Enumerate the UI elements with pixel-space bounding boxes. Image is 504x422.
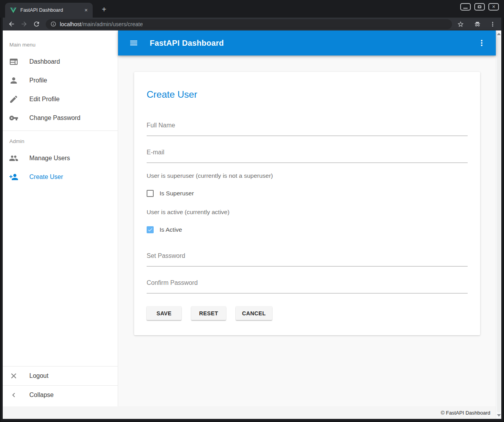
close-icon — [9, 372, 18, 380]
person-icon — [9, 76, 18, 85]
vue-favicon-icon — [10, 7, 16, 13]
save-button[interactable]: SAVE — [147, 306, 181, 320]
confirm-password-input[interactable] — [147, 279, 468, 293]
app-page: Main menu Dashboard Profile — [3, 30, 496, 419]
page-title: Create User — [147, 89, 468, 100]
is-superuser-checkbox-row[interactable]: Is Superuser — [147, 190, 468, 197]
check-icon — [147, 227, 153, 233]
full-name-input[interactable] — [147, 122, 468, 136]
dots-vertical-icon — [477, 38, 486, 48]
back-arrow-icon — [8, 20, 15, 28]
browser-titlebar: FastAPI Dashboard ✕ + ✕ — [0, 0, 504, 18]
reload-icon — [33, 20, 40, 28]
sidebar-item-create-user[interactable]: Create User — [3, 168, 118, 186]
key-icon — [9, 113, 18, 123]
reload-button[interactable] — [31, 19, 41, 29]
group-icon — [9, 154, 18, 163]
sidebar-item-label: Change Password — [29, 114, 81, 122]
footer-copyright: © FastAPI Dashboard — [441, 410, 490, 416]
scrollbar-up-arrow-icon[interactable] — [497, 33, 501, 35]
is-active-checkbox[interactable] — [147, 226, 154, 233]
form-actions: SAVE RESET CANCEL — [147, 306, 468, 320]
is-active-checkbox-row[interactable]: Is Active — [147, 226, 468, 233]
new-tab-button[interactable]: + — [99, 5, 109, 15]
browser-menu-button[interactable] — [488, 19, 498, 29]
is-superuser-checkbox[interactable] — [147, 190, 154, 197]
minimize-icon — [463, 8, 468, 9]
superuser-hint: User is superuser (currently is not a su… — [147, 172, 468, 179]
sidebar-item-logout[interactable]: Logout — [3, 367, 118, 385]
create-user-card: Create User User is superuser (currently… — [134, 72, 480, 335]
scrollbar-down-arrow-icon[interactable] — [497, 414, 501, 417]
pencil-icon — [9, 95, 18, 104]
minimize-button[interactable] — [460, 3, 471, 11]
page-scrollbar[interactable] — [496, 30, 501, 419]
page-viewport: Main menu Dashboard Profile — [3, 30, 501, 419]
sidebar: Main menu Dashboard Profile — [3, 30, 118, 406]
tab-close-icon[interactable]: ✕ — [83, 7, 90, 14]
appbar-menu-button[interactable] — [477, 38, 486, 48]
hamburger-icon — [129, 38, 138, 48]
is-superuser-label: Is Superuser — [160, 190, 194, 197]
incognito-icon — [474, 21, 481, 28]
main-area: FastAPI Dashboard Create User — [118, 30, 496, 406]
site-info-icon[interactable] — [50, 21, 56, 27]
incognito-badge — [472, 19, 482, 29]
is-active-label: Is Active — [160, 226, 182, 233]
sidebar-section-main-menu: Main menu — [3, 37, 118, 52]
url-text: localhost/main/admin/users/create — [60, 21, 143, 27]
sidebar-divider — [3, 131, 118, 131]
full-name-field — [147, 122, 468, 136]
appbar-title: FastAPI Dashboard — [150, 39, 224, 48]
maximize-icon — [478, 5, 481, 8]
forward-arrow-icon — [20, 20, 28, 28]
toolbar-actions — [454, 19, 499, 29]
person-add-icon — [9, 172, 18, 182]
app-footer: © FastAPI Dashboard — [3, 406, 496, 419]
app-body: Main menu Dashboard Profile — [3, 30, 496, 406]
sidebar-item-dashboard[interactable]: Dashboard — [3, 52, 118, 71]
maximize-button[interactable] — [474, 3, 485, 11]
appbar: FastAPI Dashboard — [118, 30, 496, 55]
url-path: /main/admin/users/create — [81, 21, 143, 27]
chevron-left-icon — [9, 391, 18, 399]
confirm-password-field — [147, 279, 468, 293]
sidebar-bottom: Logout Collapse — [3, 366, 118, 406]
window-controls: ✕ — [460, 3, 499, 11]
sidebar-item-collapse[interactable]: Collapse — [3, 386, 118, 404]
sidebar-item-label: Collapse — [29, 392, 54, 399]
dashboard-icon — [9, 57, 18, 66]
sidebar-item-manage-users[interactable]: Manage Users — [3, 149, 118, 168]
email-input[interactable] — [147, 149, 468, 163]
active-hint: User is active (currently active) — [147, 209, 468, 216]
sidebar-item-profile[interactable]: Profile — [3, 71, 118, 90]
star-icon — [457, 21, 464, 28]
dots-vertical-icon — [489, 21, 496, 28]
sidebar-item-label: Edit Profile — [29, 96, 59, 103]
sidebar-item-label: Create User — [29, 173, 63, 181]
sidebar-item-label: Logout — [29, 372, 48, 379]
set-password-input[interactable] — [147, 252, 468, 266]
forward-button[interactable] — [19, 19, 29, 29]
bookmark-button[interactable] — [456, 19, 466, 29]
scrollbar-thumb[interactable] — [497, 37, 500, 413]
cancel-button[interactable]: CANCEL — [236, 306, 272, 320]
url-host: localhost — [60, 21, 81, 27]
sidebar-item-label: Manage Users — [29, 155, 70, 162]
close-window-button[interactable]: ✕ — [488, 3, 499, 11]
set-password-field — [147, 252, 468, 266]
tab-title: FastAPI Dashboard — [20, 7, 83, 13]
sidebar-item-label: Profile — [29, 77, 47, 84]
sidebar-section-admin: Admin — [3, 133, 118, 149]
browser-tab[interactable]: FastAPI Dashboard ✕ — [5, 3, 93, 18]
page-content: Create User User is superuser (currently… — [118, 55, 496, 406]
back-button[interactable] — [6, 19, 16, 29]
sidebar-item-edit-profile[interactable]: Edit Profile — [3, 90, 118, 109]
hamburger-menu-button[interactable] — [129, 38, 138, 48]
browser-toolbar: localhost/main/admin/users/create — [3, 18, 501, 30]
sidebar-item-label: Dashboard — [29, 58, 60, 65]
url-bar[interactable]: localhost/main/admin/users/create — [46, 19, 452, 29]
reset-button[interactable]: RESET — [191, 306, 226, 320]
sidebar-item-change-password[interactable]: Change Password — [3, 109, 118, 127]
email-field — [147, 149, 468, 163]
